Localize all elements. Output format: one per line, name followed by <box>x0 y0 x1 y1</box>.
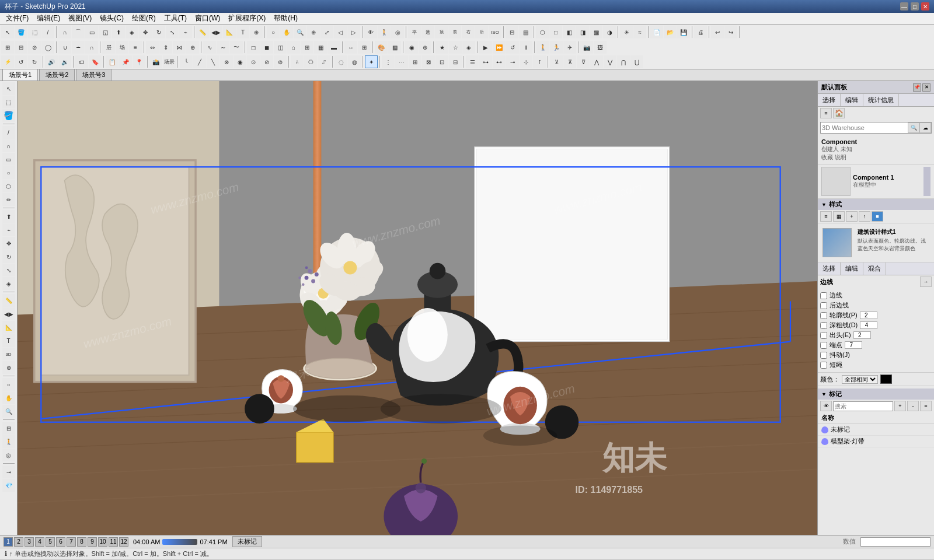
panel-pin-btn[interactable]: 📌 <box>913 83 921 92</box>
panel-search-input[interactable] <box>821 123 908 133</box>
style-tb-list[interactable]: ≡ <box>820 211 832 222</box>
front-btn[interactable]: 前 <box>448 26 461 38</box>
pan-btn[interactable]: ✋ <box>280 26 293 38</box>
fog-btn[interactable]: ≈ <box>633 26 646 38</box>
layer4-btn[interactable]: 📍 <box>133 55 145 68</box>
lt-walk[interactable]: 🚶 <box>2 435 15 448</box>
menu-tools[interactable]: 工具(T) <box>161 12 190 24</box>
lt-orbit[interactable]: ○ <box>2 378 15 391</box>
menu-edit[interactable]: 编辑(E) <box>33 12 64 24</box>
curv3-btn[interactable]: 〜 <box>230 41 243 54</box>
anim2-btn[interactable]: ⏩ <box>493 41 506 54</box>
value-input[interactable] <box>860 537 930 547</box>
extension-input[interactable] <box>853 331 871 339</box>
scene2-btn[interactable]: 场景 <box>163 55 176 68</box>
rotate-btn[interactable]: ↻ <box>152 26 165 38</box>
tb3-btn2[interactable]: ↺ <box>15 55 27 68</box>
parallel-btn[interactable]: 平 <box>408 26 421 38</box>
jitter-checkbox[interactable] <box>820 352 827 359</box>
sp24-btn[interactable]: ⊹ <box>520 55 532 68</box>
undo-btn[interactable]: ↩ <box>711 26 724 38</box>
curv2-btn[interactable]: ∼ <box>217 41 229 54</box>
style-tb-update[interactable]: ↑ <box>859 211 870 222</box>
status-tag-btn[interactable]: 未标记 <box>232 536 262 547</box>
tags-detail-btn[interactable]: ≡ <box>920 401 932 411</box>
panel-scroll-thumb[interactable] <box>923 167 930 196</box>
sp1-btn[interactable]: ╰ <box>180 55 193 68</box>
status-scene-3[interactable]: 3 <box>25 537 34 547</box>
tag2-btn[interactable]: 🔖 <box>89 55 102 68</box>
intersect-btn[interactable]: ⊘ <box>28 41 41 54</box>
sp8-btn[interactable]: ⊚ <box>274 55 287 68</box>
position-cam-btn[interactable]: 👁 <box>364 26 377 38</box>
layer3-btn[interactable]: 📌 <box>119 55 132 68</box>
rect2-btn[interactable]: ◱ <box>99 26 111 38</box>
next-btn[interactable]: ▷ <box>347 26 360 38</box>
move-btn[interactable]: ✥ <box>139 26 152 38</box>
sp14-btn[interactable]: ⋮ <box>382 55 395 68</box>
xray-btn[interactable]: ⬡ <box>536 26 549 38</box>
protractor-btn[interactable]: 📐 <box>223 26 236 38</box>
sp25-btn[interactable]: ⊺ <box>533 55 546 68</box>
redo-btn[interactable]: ↪ <box>724 26 737 38</box>
profiles-checkbox[interactable] <box>820 312 827 319</box>
profile1-btn[interactable]: ◻ <box>247 41 260 54</box>
panel-win-controls[interactable]: 📌 ✕ <box>913 83 930 92</box>
tags-search-input[interactable] <box>834 402 893 411</box>
status-scene-8[interactable]: 8 <box>77 537 86 547</box>
select-tool-btn[interactable]: ↖ <box>1 26 14 38</box>
look-btn[interactable]: ◎ <box>391 26 404 38</box>
floor-btn[interactable]: ▦ <box>314 41 327 54</box>
sp4-btn[interactable]: ⊗ <box>220 55 233 68</box>
outliner-btn[interactable]: ≡ <box>129 41 142 54</box>
sp22-btn[interactable]: ⊷ <box>493 55 506 68</box>
section-cut-btn[interactable]: ⊟ <box>506 26 518 38</box>
top-btn[interactable]: 顶 <box>435 26 448 38</box>
panel-cloud-btn[interactable]: ☁ <box>919 123 931 133</box>
tags-add-btn[interactable]: + <box>894 401 906 411</box>
panel-close-btn[interactable]: ✕ <box>922 83 930 92</box>
status-scene-4[interactable]: 4 <box>35 537 44 547</box>
mirror-btn[interactable]: ⇔ <box>146 41 159 54</box>
scale-btn[interactable]: ⤡ <box>166 26 179 38</box>
iso-btn[interactable]: ISO <box>489 26 501 38</box>
lt-circle[interactable]: ○ <box>2 166 15 179</box>
scene-tab-2[interactable]: 场景号2 <box>39 69 75 80</box>
push-pull-btn[interactable]: ⬆ <box>112 26 125 38</box>
render2-btn[interactable]: ⊛ <box>419 41 431 54</box>
run-btn[interactable]: 🏃 <box>550 41 563 54</box>
arc2-btn[interactable]: ⌒ <box>72 26 85 38</box>
solid-sub-btn[interactable]: ∸ <box>72 41 85 54</box>
dim2-btn[interactable]: ↔ <box>344 41 357 54</box>
tb3-btn1[interactable]: ⚡ <box>1 55 14 68</box>
lt-move[interactable]: ✥ <box>2 237 15 250</box>
joint-btn[interactable]: ⊕ <box>186 41 199 54</box>
lt-measure[interactable]: ⊸ <box>2 466 15 478</box>
sp2-btn[interactable]: ╱ <box>193 55 206 68</box>
flip-btn[interactable]: ⇕ <box>159 41 172 54</box>
texture2-btn[interactable]: ▩ <box>388 41 401 54</box>
time-slider[interactable] <box>162 539 197 545</box>
sp15-btn[interactable]: ⋯ <box>395 55 408 68</box>
outer-shell-btn[interactable]: ◯ <box>41 41 54 54</box>
color-select[interactable]: 全部相同 按材质 按轴向 <box>842 375 878 384</box>
status-scene-11[interactable]: 11 <box>109 537 118 547</box>
material-btn[interactable]: 🎨 <box>375 41 388 54</box>
speaker2-btn[interactable]: 🔉 <box>58 55 71 68</box>
endpoints-checkbox[interactable] <box>820 342 827 349</box>
scene-mgr-btn[interactable]: 场 <box>116 41 128 54</box>
lt-3dtext[interactable]: 3D <box>2 348 15 360</box>
layers-btn[interactable]: 层 <box>102 41 115 54</box>
shaded-btn[interactable]: ◨ <box>576 26 589 38</box>
lt-erase[interactable]: ⬚ <box>2 96 15 108</box>
wireframe-btn[interactable]: □ <box>549 26 562 38</box>
minimize-btn[interactable]: — <box>900 2 908 10</box>
lt-section[interactable]: ⊟ <box>2 422 15 435</box>
menu-extensions[interactable]: 扩展程序(X) <box>225 12 269 24</box>
persp-btn[interactable]: 透 <box>421 26 434 38</box>
menu-file[interactable]: 文件(F) <box>2 12 32 24</box>
monochrome-btn[interactable]: ◑ <box>603 26 616 38</box>
walk2-btn[interactable]: 🚶 <box>536 41 549 54</box>
lt-line[interactable]: / <box>2 126 15 139</box>
profiles-input[interactable] <box>860 312 877 319</box>
